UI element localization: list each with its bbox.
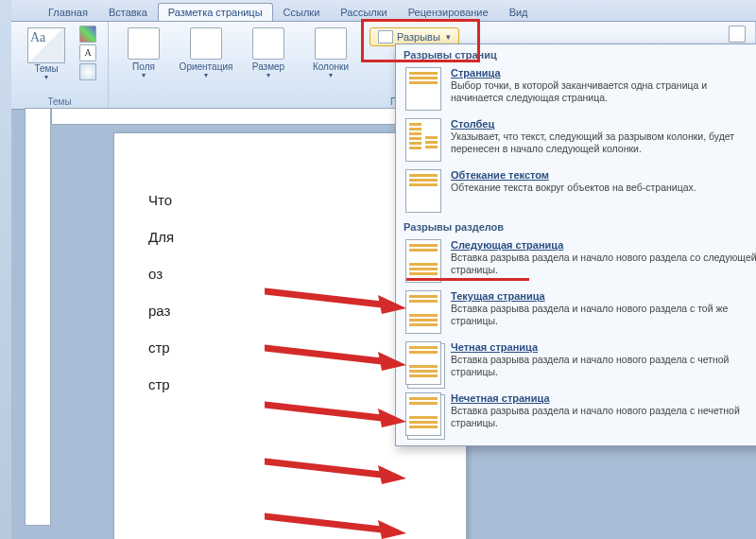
ribbon-tabs: Главная Вставка Разметка страницы Ссылки… bbox=[11, 0, 756, 22]
themes-label: Темы bbox=[34, 63, 58, 82]
effects-icon[interactable] bbox=[79, 63, 96, 80]
break-continuous[interactable]: Текущая страница Вставка разрыва раздела… bbox=[396, 287, 756, 338]
continuous-break-icon bbox=[405, 290, 441, 334]
break-odd-page[interactable]: Нечетная страница Вставка разрыва раздел… bbox=[396, 389, 756, 440]
size-icon bbox=[252, 27, 284, 60]
doc-text: раз bbox=[148, 303, 432, 319]
break-next-page[interactable]: Следующая страница Вставка разрыва разде… bbox=[396, 235, 756, 287]
window-edge bbox=[0, 0, 11, 539]
themes-icon bbox=[27, 27, 65, 63]
tab-references[interactable]: Ссылки bbox=[273, 3, 331, 21]
break-even-page[interactable]: Четная страница Вставка разрыва раздела … bbox=[396, 338, 756, 389]
group-themes: Темы A Темы bbox=[11, 22, 109, 109]
odd-page-break-icon bbox=[405, 392, 441, 436]
watermark-icon[interactable] bbox=[729, 26, 746, 43]
doc-text: Для bbox=[148, 229, 432, 245]
breaks-dropdown: Разрывы страниц Страница Выбор точки, в … bbox=[395, 43, 756, 446]
margins-button[interactable]: Поля bbox=[114, 26, 173, 82]
doc-text: стр bbox=[148, 376, 432, 392]
text-wrap-break-icon bbox=[405, 169, 441, 213]
dd-section-page-breaks: Разрывы страниц bbox=[396, 44, 756, 63]
columns-icon bbox=[315, 27, 347, 60]
next-page-break-icon bbox=[405, 239, 441, 283]
break-text-wrapping[interactable]: Обтекание текстом Обтекание текста вокру… bbox=[396, 165, 756, 217]
colors-icon[interactable] bbox=[79, 26, 96, 43]
even-page-break-icon bbox=[405, 341, 441, 385]
doc-text: оз bbox=[148, 266, 432, 282]
ruler-vertical[interactable] bbox=[25, 108, 51, 526]
column-break-icon bbox=[405, 118, 441, 162]
theme-parts: A bbox=[79, 26, 96, 80]
size-button[interactable]: Размер bbox=[239, 26, 298, 82]
themes-button[interactable]: Темы bbox=[17, 26, 76, 84]
word-workspace: Главная Вставка Разметка страницы Ссылки… bbox=[11, 0, 756, 539]
doc-text: стр bbox=[148, 339, 432, 356]
tab-view[interactable]: Вид bbox=[499, 3, 539, 21]
group-themes-label: Темы bbox=[17, 95, 102, 107]
tab-review[interactable]: Рецензирование bbox=[398, 3, 499, 21]
orientation-icon bbox=[190, 27, 222, 60]
orientation-button[interactable]: Ориентация bbox=[177, 26, 235, 82]
doc-text: Что bbox=[148, 192, 432, 208]
columns-button[interactable]: Колонки bbox=[301, 26, 360, 82]
tab-insert[interactable]: Вставка bbox=[98, 3, 158, 21]
dd-section-section-breaks: Разрывы разделов bbox=[396, 217, 756, 235]
page-setup-misc bbox=[729, 26, 746, 43]
tab-page-layout[interactable]: Разметка страницы bbox=[158, 3, 273, 21]
tab-home[interactable]: Главная bbox=[38, 3, 98, 21]
margins-icon bbox=[128, 27, 160, 60]
break-page[interactable]: Страница Выбор точки, в которой заканчив… bbox=[396, 63, 756, 114]
page-break-icon bbox=[405, 67, 441, 111]
break-column[interactable]: Столбец Указывает, что текст, следующий … bbox=[396, 114, 756, 165]
breaks-icon bbox=[378, 30, 393, 43]
tab-mailings[interactable]: Рассылки bbox=[330, 3, 397, 21]
